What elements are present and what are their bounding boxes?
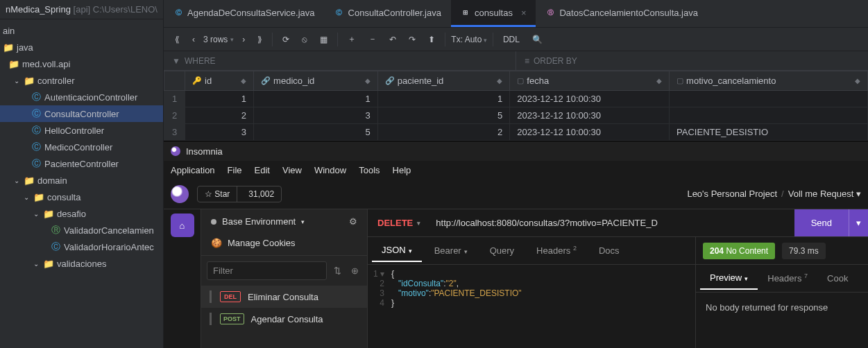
ddl-button[interactable]: DDL [499, 33, 524, 46]
send-dropdown[interactable]: ▾ [849, 209, 868, 236]
stop-icon[interactable]: ⦸ [298, 33, 312, 46]
tab-json[interactable]: JSON▾ [372, 239, 422, 262]
tree-item-api[interactable]: 📁med.voll.api [0, 55, 163, 72]
tab-resp-cookies[interactable]: Cook [817, 268, 858, 289]
tree-item-validador-cancel[interactable]: ⓇValidadorCancelamien [0, 222, 163, 238]
menu-window[interactable]: Window [314, 165, 346, 175]
table-row[interactable]: 11112023-12-12 10:00:30 [164, 91, 868, 107]
commit-icon[interactable]: ⬆ [424, 33, 439, 46]
sort-icon[interactable]: ◆ [656, 77, 662, 85]
tree-item-controller[interactable]: ⌄📁controller [0, 72, 163, 89]
col-id[interactable]: 🔑id◆ [185, 71, 254, 91]
refresh-icon[interactable]: ⟳ [278, 33, 293, 46]
cell-motivo[interactable]: PACIENTE_DESISTIO [670, 124, 868, 141]
tab-resp-headers[interactable]: Headers 7 [758, 267, 817, 289]
tree-item-medico[interactable]: ⒸMedicoController [0, 139, 163, 155]
tab-preview[interactable]: Preview▾ [700, 267, 758, 290]
tree-item-validador-horario[interactable]: ⒸValidadorHorarioAntec [0, 238, 163, 255]
code-line[interactable]: "idConsulta":"2", [391, 279, 695, 288]
tree-item-consulta-controller[interactable]: ⒸConsultaController [0, 105, 163, 122]
tree-item-domain[interactable]: ⌄📁domain [0, 172, 163, 189]
star-button[interactable]: ☆ Star 31,002 [197, 186, 282, 202]
gear-icon[interactable]: ⚙ [349, 216, 357, 227]
sort-icon[interactable]: ◆ [241, 77, 246, 85]
search-icon[interactable]: 🔍 [528, 33, 547, 46]
tx-dropdown[interactable]: Tx: Auto [451, 35, 487, 44]
tab-consultas[interactable]: ⊞consultas× [451, 0, 536, 27]
menu-tools[interactable]: Tools [359, 165, 380, 175]
cell-motivo[interactable] [670, 107, 868, 124]
col-fecha[interactable]: ▢fecha◆ [510, 71, 670, 91]
table-row[interactable]: 33522023-12-12 10:00:30PACIENTE_DESISTIO [164, 124, 868, 141]
tree-item-autenticacion[interactable]: ⒸAutenticacionController [0, 89, 163, 105]
sort-icon[interactable]: ◆ [497, 77, 502, 85]
menu-edit[interactable]: Edit [255, 165, 270, 175]
col-motivo[interactable]: ▢motivo_cancelamiento◆ [670, 71, 868, 91]
home-button[interactable]: ⌂ [171, 214, 194, 237]
remove-row-icon[interactable]: － [364, 32, 381, 46]
tree-item-hello[interactable]: ⒸHelloController [0, 122, 163, 139]
first-page-icon[interactable]: ⟪ [171, 33, 184, 46]
revert-icon[interactable]: ↶ [385, 33, 400, 46]
method-selector[interactable]: DELETE▾ [368, 209, 430, 236]
tab-query[interactable]: Query [480, 240, 524, 261]
sort-icon[interactable]: ◆ [365, 77, 371, 85]
col-medico-id[interactable]: 🔗medico_id◆ [254, 71, 378, 91]
menu-file[interactable]: File [228, 165, 242, 175]
cell-medico-id[interactable]: 5 [254, 124, 378, 141]
tab-bearer[interactable]: Bearer▾ [425, 240, 477, 261]
table-row[interactable]: 22352023-12-12 10:00:30 [164, 107, 868, 124]
insomnia-logo-icon[interactable] [171, 185, 189, 203]
code-line[interactable]: } [391, 298, 695, 308]
col-paciente-id[interactable]: 🔗paciente_id◆ [377, 71, 509, 91]
orderby-filter[interactable]: ≡ORDER BY [516, 51, 868, 70]
add-row-icon[interactable]: ＋ [343, 32, 360, 46]
manage-cookies[interactable]: 🍪 Manage Cookies [201, 234, 367, 256]
cell-motivo[interactable] [670, 91, 868, 107]
tree-item-paciente[interactable]: ⒸPacienteController [0, 155, 163, 172]
request-item[interactable]: POSTAgendar Consulta [201, 308, 367, 330]
request-item[interactable]: DELEliminar Consulta [201, 286, 367, 308]
tree-item-ain[interactable]: ain [0, 22, 163, 39]
cell-medico-id[interactable]: 1 [254, 91, 378, 107]
cell-id[interactable]: 1 [185, 91, 254, 107]
breadcrumb[interactable]: Leo's Personal Project/Voll me Request ▾ [687, 189, 861, 199]
where-filter[interactable]: ▼WHERE [164, 51, 516, 70]
cell-id[interactable]: 2 [185, 107, 254, 124]
tree-item-java[interactable]: 📁java [0, 39, 163, 55]
code-line[interactable]: "motivo":"PACIENTE_DESISTIO" [391, 288, 695, 298]
environment-selector[interactable]: Base Environment ▾ ⚙ [201, 209, 367, 234]
tab-consulta-controller[interactable]: ⒸConsultaController.java [325, 0, 451, 27]
tab-headers[interactable]: Headers 2 [527, 239, 586, 261]
cell-paciente-id[interactable]: 2 [377, 124, 509, 141]
tab-docs[interactable]: Docs [589, 240, 629, 261]
tree-item-validaciones[interactable]: ⌄📁validaciones [0, 255, 163, 272]
tree-item-consulta[interactable]: ⌄📁consulta [0, 189, 163, 205]
menu-application[interactable]: Application [171, 165, 215, 175]
close-icon[interactable]: × [521, 8, 527, 18]
cell-medico-id[interactable]: 3 [254, 107, 378, 124]
cell-fecha[interactable]: 2023-12-12 10:00:30 [510, 107, 670, 124]
menu-view[interactable]: View [282, 165, 302, 175]
tab-agenda-service[interactable]: ⒸAgendaDeConsultaService.java [164, 0, 325, 27]
rows-dropdown[interactable]: 3 rows [203, 35, 234, 44]
tab-datos-cancel[interactable]: ⓇDatosCancelamientoConsulta.java [536, 0, 707, 27]
code-line[interactable]: { [391, 269, 695, 279]
next-page-icon[interactable]: › [238, 33, 249, 46]
send-button[interactable]: Send [794, 209, 849, 236]
add-icon[interactable]: ⊕ [348, 266, 361, 276]
json-body-editor[interactable]: 1 ▾{2 "idConsulta":"2",3 "motivo":"PACIE… [368, 265, 695, 348]
cell-fecha[interactable]: 2023-12-12 10:00:30 [510, 91, 670, 107]
sort-icon[interactable]: ◆ [855, 77, 860, 85]
prev-page-icon[interactable]: ‹ [188, 33, 199, 46]
pin-icon[interactable]: ▦ [316, 33, 332, 46]
tree-item-desafio[interactable]: ⌄📁desafio [0, 205, 163, 222]
cell-paciente-id[interactable]: 5 [377, 107, 509, 124]
url-input[interactable]: http://localhost:8080/consultas/3?motivo… [430, 209, 794, 236]
filter-input[interactable]: Filter [207, 261, 327, 280]
cell-paciente-id[interactable]: 1 [377, 91, 509, 107]
submit-icon[interactable]: ↷ [405, 33, 420, 46]
cell-id[interactable]: 3 [185, 124, 254, 141]
menu-help[interactable]: Help [393, 165, 411, 175]
cell-fecha[interactable]: 2023-12-12 10:00:30 [510, 124, 670, 141]
